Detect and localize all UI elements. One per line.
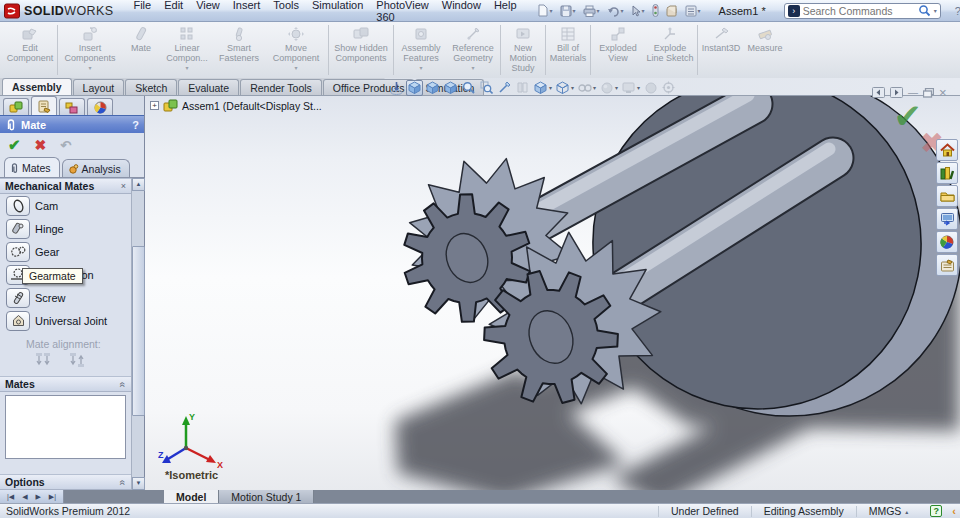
- help-button[interactable]: ?: [955, 5, 960, 17]
- tab-layout[interactable]: Layout: [73, 79, 125, 95]
- dropdown-caret-icon[interactable]: ▾: [471, 64, 474, 71]
- tab-analysis[interactable]: Analysis: [62, 159, 130, 177]
- doc-minimize-button[interactable]: —: [908, 87, 918, 98]
- custom-properties-button[interactable]: [936, 254, 958, 276]
- dropdown-caret-icon[interactable]: ▾: [88, 64, 91, 71]
- dropdown-caret-icon[interactable]: ▾: [419, 64, 422, 71]
- hide-show-items-icon[interactable]: [554, 80, 571, 96]
- move-component-button[interactable]: Move Component ▾: [265, 24, 327, 71]
- dropdown-caret-icon[interactable]: ▾: [550, 7, 553, 14]
- unit-system-selector[interactable]: MMGS ▴: [856, 506, 921, 517]
- menu-edit[interactable]: Edit: [164, 0, 183, 23]
- undo-mate-button[interactable]: ↶: [60, 138, 71, 153]
- previous-window-button[interactable]: [872, 87, 885, 98]
- zoom-to-area-icon[interactable]: [478, 80, 495, 96]
- resources-home-button[interactable]: [936, 139, 958, 161]
- dropdown-caret-icon[interactable]: ▾: [642, 7, 645, 14]
- configuration-manager-tab[interactable]: [59, 98, 85, 115]
- previous-tab-button[interactable]: ◀: [22, 493, 27, 501]
- tab-evaluate[interactable]: Evaluate: [178, 79, 239, 95]
- group-collapse-icon[interactable]: ×: [121, 181, 126, 191]
- graphics-viewport[interactable]: + Assem1 (Default<Display St... — × ✔ ✖: [145, 96, 960, 491]
- first-tab-button[interactable]: |◀: [7, 493, 14, 501]
- tab-mates[interactable]: Mates: [4, 157, 60, 177]
- smart-fasteners-button[interactable]: Smart Fasteners: [213, 24, 265, 63]
- view-settings-icon[interactable]: [620, 80, 637, 96]
- file-explorer-button[interactable]: [936, 208, 958, 230]
- 3d-views-icon[interactable]: [442, 80, 459, 96]
- confirmation-accept-icon[interactable]: ✔: [894, 96, 923, 136]
- linear-component-pattern-button[interactable]: Linear Compon... ▾: [161, 24, 213, 71]
- show-hidden-components-button[interactable]: Show Hidden Components: [330, 24, 392, 63]
- dropdown-caret-icon[interactable]: ▾: [573, 7, 576, 14]
- bill-of-materials-button[interactable]: Bill of Materials: [547, 24, 589, 63]
- dropdown-caret-icon[interactable]: ▾: [294, 64, 297, 71]
- menu-simulation[interactable]: Simulation: [312, 0, 363, 23]
- tab-sketch[interactable]: Sketch: [125, 79, 177, 95]
- file-properties-button[interactable]: [664, 4, 680, 18]
- measure-button[interactable]: Measure: [743, 24, 787, 53]
- assembly-root-label[interactable]: Assem1 (Default<Display St...: [182, 100, 322, 112]
- panel-scrollbar[interactable]: ▲ ▼: [131, 178, 144, 490]
- options-button[interactable]: ▾: [683, 4, 703, 18]
- scrollbar-thumb[interactable]: [132, 246, 145, 416]
- dropdown-caret-icon[interactable]: ▾: [571, 84, 574, 91]
- instant3d-button[interactable]: Instant3D: [699, 24, 743, 53]
- last-tab-button[interactable]: ▶|: [49, 493, 56, 501]
- dropdown-caret-icon[interactable]: ▾: [597, 7, 600, 14]
- task-pane-collapse-icon[interactable]: ‹: [952, 505, 956, 517]
- reference-geometry-button[interactable]: Reference Geometry ▾: [447, 24, 499, 71]
- menu-insert[interactable]: Insert: [233, 0, 261, 23]
- dropdown-caret-icon[interactable]: ▾: [621, 7, 624, 14]
- camera-icon[interactable]: [660, 80, 677, 96]
- mate-type-universal-joint[interactable]: Universal Joint: [0, 309, 131, 332]
- mate-type-cam[interactable]: Cam: [0, 194, 131, 217]
- doc-close-button[interactable]: ×: [939, 85, 947, 100]
- tree-expand-icon[interactable]: +: [150, 101, 159, 110]
- feature-manager-tab[interactable]: [3, 98, 29, 115]
- dropdown-caret-icon[interactable]: ▾: [698, 7, 701, 14]
- dropdown-caret-icon[interactable]: ▾: [185, 64, 188, 71]
- anti-aligned-icon[interactable]: [68, 352, 88, 368]
- scroll-up-button[interactable]: ▲: [132, 178, 145, 191]
- section-view-icon[interactable]: [496, 80, 513, 96]
- save-button[interactable]: ▾: [558, 4, 578, 18]
- apply-scene-icon[interactable]: [598, 80, 615, 96]
- print-button[interactable]: ▾: [581, 4, 602, 18]
- doc-restore-button[interactable]: [923, 88, 934, 98]
- solidworks-resources-button[interactable]: [936, 162, 958, 184]
- tab-assembly[interactable]: Assembly: [2, 78, 72, 95]
- property-manager-help[interactable]: ?: [132, 119, 139, 131]
- dropdown-caret-icon[interactable]: ▾: [637, 84, 640, 91]
- menu-photoview[interactable]: PhotoView 360: [376, 0, 428, 23]
- design-library-button[interactable]: [936, 185, 958, 207]
- undo-button[interactable]: ▾: [605, 4, 626, 18]
- search-caret-icon[interactable]: ▾: [934, 7, 937, 14]
- rebuild-button[interactable]: [650, 3, 661, 18]
- mate-button[interactable]: Mate: [121, 24, 161, 53]
- search-input[interactable]: [803, 5, 915, 17]
- mates-list[interactable]: [5, 395, 126, 459]
- zoom-to-fit-icon[interactable]: [460, 80, 477, 96]
- dropdown-caret-icon[interactable]: ▾: [549, 84, 552, 91]
- menu-window[interactable]: Window: [442, 0, 481, 23]
- menu-file[interactable]: File: [133, 0, 151, 23]
- tab-render-tools[interactable]: Render Tools: [240, 79, 322, 95]
- status-help-icon[interactable]: ?: [930, 505, 942, 517]
- normal-to-icon[interactable]: [388, 80, 405, 96]
- group-collapse-chevron-icon[interactable]: «: [118, 381, 129, 387]
- group-collapse-chevron-icon[interactable]: «: [118, 479, 129, 485]
- shadows-icon[interactable]: [642, 80, 659, 96]
- new-document-button[interactable]: ▾: [535, 3, 555, 18]
- assembly-features-button[interactable]: Assembly Features ▾: [395, 24, 447, 71]
- mechanical-mates-group-header[interactable]: Mechanical Mates ×: [0, 178, 131, 194]
- aligned-icon[interactable]: [34, 352, 54, 368]
- tab-motion-study-1[interactable]: Motion Study 1: [219, 490, 314, 503]
- ok-button[interactable]: ✔: [8, 136, 21, 154]
- property-manager-tab[interactable]: [31, 96, 57, 115]
- scroll-down-button[interactable]: ▼: [132, 477, 145, 490]
- previous-view-icon[interactable]: [424, 80, 441, 96]
- mate-type-hinge[interactable]: Hinge: [0, 217, 131, 240]
- options-group-header[interactable]: Options «: [0, 474, 131, 490]
- edit-appearance-icon[interactable]: [576, 80, 593, 96]
